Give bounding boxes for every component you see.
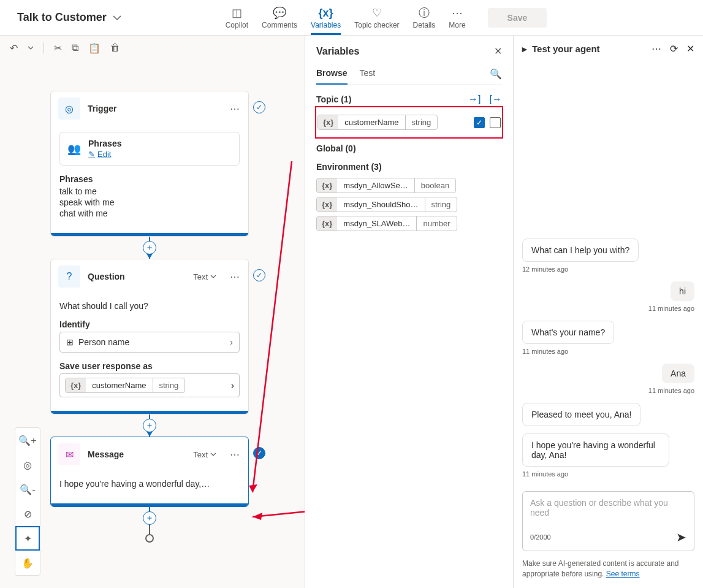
end-node [145, 534, 154, 543]
phrase-item: talk to me [59, 186, 240, 196]
user-message: Ana [662, 364, 694, 383]
reset-button[interactable]: ⊘ [15, 502, 40, 526]
highlight-box: {x} customerName string ✓ [315, 106, 503, 139]
save-as-label: Save user response as [59, 361, 240, 371]
tab-variables[interactable]: {x} Variables [311, 6, 341, 35]
tab-topic-checker[interactable]: ♡ Topic checker [354, 6, 399, 35]
question-prompt: What should I call you? [59, 301, 240, 311]
undo-button[interactable]: ↶ [10, 42, 18, 54]
status-check-icon: ✓ [253, 101, 265, 113]
variable-chip[interactable]: {x}msdyn_ShouldSho…string [316, 197, 457, 212]
add-node-button[interactable]: ＋ [143, 511, 156, 525]
cursor-tool[interactable]: ✦ [15, 526, 40, 551]
card-menu-button[interactable]: ⋯ [230, 449, 241, 460]
topic-title[interactable]: Talk to Customer [17, 11, 121, 24]
variable-icon: {x} [318, 115, 338, 129]
checkbox-return[interactable] [490, 117, 501, 128]
question-title: Question [88, 272, 186, 281]
bot-message: I hope you're having a wonderful day, An… [522, 433, 669, 467]
timestamp: 11 minutes ago [648, 387, 694, 394]
paste-icon[interactable]: 📋 [88, 42, 101, 54]
trigger-icon: ◎ [58, 97, 80, 120]
tab-more[interactable]: ⋯ More [449, 6, 465, 35]
chat-icon: 💬 [273, 6, 286, 20]
import-icon[interactable]: →] [468, 94, 481, 105]
edit-text: Edit [97, 150, 111, 159]
copilot-icon: ◫ [232, 6, 242, 20]
phrases-box[interactable]: 👥 Phrases ✎ Edit [59, 132, 240, 166]
user-message: hi [671, 281, 694, 301]
add-node-button[interactable]: ＋ [143, 419, 156, 432]
copy-icon[interactable]: ⧉ [72, 42, 78, 53]
timestamp: 11 minutes ago [522, 348, 568, 355]
save-as-field[interactable]: {x} customerName string › [59, 373, 240, 397]
bot-message: What can I help you with? [522, 239, 639, 262]
question-icon: ? [58, 265, 80, 288]
chat-input[interactable]: Ask a question or describe what you need… [522, 491, 694, 551]
variable-name: customerName [338, 115, 405, 129]
global-section: Global (0) [316, 143, 502, 153]
phrases-section-title: Phrases [59, 174, 240, 184]
cut-icon[interactable]: ✂ [54, 42, 62, 54]
timestamp: 12 minutes ago [522, 265, 568, 273]
output-type[interactable]: Text [193, 450, 216, 459]
fit-button[interactable]: ◎ [15, 452, 40, 477]
variables-icon: {x} [319, 6, 333, 20]
delete-icon[interactable]: 🗑 [110, 42, 120, 53]
add-node-button[interactable]: ＋ [143, 241, 156, 254]
tab-more-label: More [449, 21, 465, 29]
test-panel: ▸ Test your agent ⋯ ⟳ ✕ What can I help … [513, 36, 703, 588]
chat-window[interactable]: What can I help you with? 12 minutes ago… [514, 62, 703, 491]
save-button[interactable]: Save [488, 8, 547, 28]
message-card[interactable]: ✓ ✉ Message Text ⋯ I hope you're having … [50, 437, 249, 507]
chevron-down-icon [113, 13, 121, 22]
close-icon[interactable]: ✕ [686, 43, 694, 55]
topic-section: Topic (1) [316, 94, 468, 104]
message-title: Message [88, 449, 186, 459]
tab-copilot[interactable]: ◫ Copilot [226, 6, 248, 35]
timestamp: 11 minutes ago [648, 305, 694, 312]
environment-section: Environment (3) [316, 162, 502, 172]
close-icon[interactable]: ✕ [494, 45, 502, 57]
status-check-icon: ✓ [253, 447, 265, 459]
checkbox-receive[interactable]: ✓ [474, 117, 485, 128]
phrases-label: Phrases [88, 139, 232, 148]
see-terms-link[interactable]: See terms [606, 570, 640, 578]
variable-chip[interactable]: {x} customerName string [317, 115, 438, 130]
chevron-down-icon[interactable] [28, 45, 34, 51]
card-accent [51, 503, 248, 506]
zoom-out-button[interactable]: 🔍- [15, 477, 40, 502]
identify-field[interactable]: ⊞ Person name › [59, 332, 240, 353]
authoring-canvas[interactable]: ↶ ✂ ⧉ 📋 🗑 ✓ ◎ Trigger ⋯ 👥 [0, 36, 305, 588]
refresh-icon[interactable]: ⟳ [670, 43, 678, 55]
tab-details[interactable]: ⓘ Details [413, 6, 436, 35]
vtab-test[interactable]: Test [360, 63, 376, 85]
caret-right-icon[interactable]: ▸ [522, 44, 527, 55]
trigger-title: Trigger [88, 104, 222, 113]
card-menu-button[interactable]: ⋯ [230, 271, 241, 283]
more-icon[interactable]: ⋯ [652, 43, 661, 55]
question-card[interactable]: ✓ ? Question Text ⋯ What should I call y… [50, 259, 249, 414]
output-type[interactable]: Text [193, 272, 216, 281]
vtab-browse[interactable]: Browse [316, 63, 348, 85]
export-icon[interactable]: [→ [490, 94, 502, 105]
pan-tool[interactable]: ✋ [15, 551, 40, 575]
variable-type: string [405, 115, 438, 129]
svg-marker-3 [253, 513, 262, 520]
svg-line-2 [253, 492, 305, 517]
zoom-in-button[interactable]: 🔍+ [15, 428, 40, 452]
chat-placeholder: Ask a question or describe what you need [530, 498, 686, 517]
trigger-card[interactable]: ✓ ◎ Trigger ⋯ 👥 Phrases ✎ Edit [50, 91, 249, 237]
bot-message: Pleased to meet you, Ana! [522, 403, 640, 426]
tab-topic-checker-label: Topic checker [354, 21, 399, 29]
identify-label: Identify [59, 319, 240, 329]
search-icon[interactable]: 🔍 [490, 63, 502, 85]
phrases-icon: 👥 [67, 142, 81, 156]
card-menu-button[interactable]: ⋯ [230, 103, 241, 115]
variable-chip[interactable]: {x}msdyn_AllowSe…boolean [316, 178, 456, 193]
tab-comments[interactable]: 💬 Comments [262, 6, 297, 35]
phrase-item: chat with me [59, 208, 240, 218]
variable-chip[interactable]: {x}msdyn_SLAWeb…number [316, 216, 457, 231]
edit-phrases-link[interactable]: ✎ Edit [88, 150, 232, 159]
send-icon[interactable]: ➤ [676, 530, 686, 544]
